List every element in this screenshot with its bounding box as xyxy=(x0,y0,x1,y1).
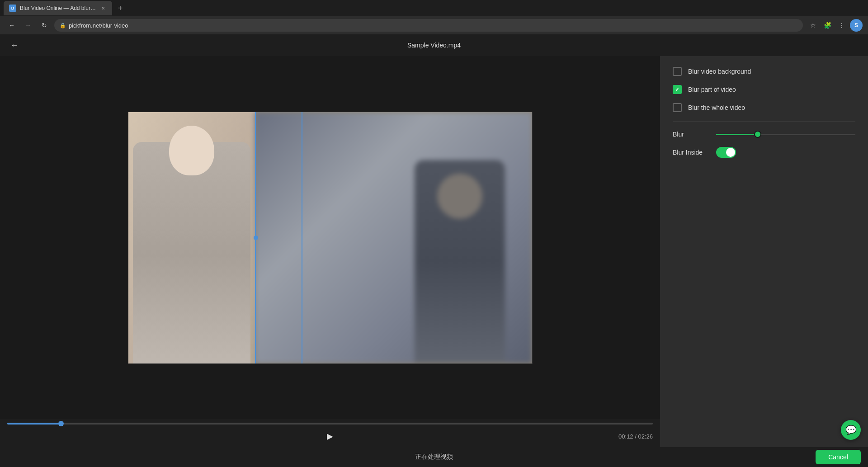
controls-row: ▶ 00:12 / 02:26 xyxy=(7,429,653,443)
main-content: ▶ 00:12 / 02:26 Blur video background xyxy=(0,56,868,447)
blur-part-checkbox[interactable] xyxy=(673,85,682,94)
lock-icon: 🔒 xyxy=(60,23,66,28)
chat-widget[interactable]: 💬 xyxy=(841,420,861,440)
menu-button[interactable]: ⋮ xyxy=(835,19,848,32)
person-left-head xyxy=(169,126,214,175)
blur-whole-checkbox[interactable] xyxy=(673,103,682,112)
selection-handle-mid[interactable] xyxy=(254,236,258,240)
progress-handle[interactable] xyxy=(58,421,64,426)
profile-button[interactable]: S xyxy=(850,19,863,32)
selection-box[interactable] xyxy=(255,112,302,363)
blur-whole-label: Blur the whole video xyxy=(688,104,745,111)
app-back-button[interactable]: ← xyxy=(7,38,22,52)
video-wrapper xyxy=(0,56,660,419)
extensions-button[interactable]: 🧩 xyxy=(821,19,834,32)
video-left-unblurred xyxy=(128,112,255,363)
bookmark-button[interactable]: ☆ xyxy=(807,19,819,32)
blur-background-label: Blur video background xyxy=(688,68,751,75)
blur-slider-row: Blur xyxy=(673,131,855,138)
right-panel: Blur video background Blur part of video… xyxy=(660,56,868,447)
active-tab[interactable]: B Blur Video Online — Add blur e... ✕ xyxy=(4,1,112,15)
blur-slider-track[interactable] xyxy=(716,134,855,135)
nav-actions: ☆ 🧩 ⋮ S xyxy=(807,19,863,32)
video-canvas xyxy=(128,112,533,364)
toggle-thumb xyxy=(726,148,735,157)
cancel-button[interactable]: Cancel xyxy=(816,450,861,464)
nav-bar: ← → ↻ 🔒 pickfrom.net/blur-video ☆ 🧩 ⋮ S xyxy=(0,16,868,34)
play-button[interactable]: ▶ xyxy=(323,429,337,443)
video-title: Sample Video.mp4 xyxy=(407,42,461,49)
chat-icon: 💬 xyxy=(845,425,857,435)
app-container: ← Sample Video.mp4 xyxy=(0,34,868,467)
bottom-bar: 正在处理视频 Cancel xyxy=(0,447,868,467)
blur-part-label: Blur part of video xyxy=(688,86,736,93)
tab-close-button[interactable]: ✕ xyxy=(99,5,107,12)
person-right-body xyxy=(415,160,505,363)
blur-inside-label: Blur Inside xyxy=(673,149,709,156)
tab-favicon: B xyxy=(9,5,16,12)
blur-background-checkbox[interactable] xyxy=(673,67,682,76)
time-display: 00:12 / 02:26 xyxy=(618,433,653,440)
blur-part-option: Blur part of video xyxy=(673,85,855,94)
address-bar[interactable]: 🔒 pickfrom.net/blur-video xyxy=(54,19,803,32)
divider-1 xyxy=(673,121,855,122)
blur-inside-toggle[interactable] xyxy=(716,147,736,158)
video-scene xyxy=(128,112,532,363)
video-area: ▶ 00:12 / 02:26 xyxy=(0,56,660,447)
new-tab-button[interactable]: + xyxy=(114,2,127,14)
blur-slider-thumb[interactable] xyxy=(754,131,761,138)
blur-background-option: Blur video background xyxy=(673,67,855,76)
person-right-head xyxy=(437,174,482,219)
blur-inside-row: Blur Inside xyxy=(673,147,855,158)
forward-button[interactable]: → xyxy=(22,19,34,32)
blur-slider-label: Blur xyxy=(673,131,709,138)
tab-bar: B Blur Video Online — Add blur e... ✕ + xyxy=(0,0,868,16)
progress-bar[interactable] xyxy=(7,423,653,425)
back-button[interactable]: ← xyxy=(5,19,18,32)
video-controls: ▶ 00:12 / 02:26 xyxy=(0,419,660,447)
reload-button[interactable]: ↻ xyxy=(38,19,51,32)
app-header: ← Sample Video.mp4 xyxy=(0,34,868,56)
tab-title: Blur Video Online — Add blur e... xyxy=(20,5,96,11)
blur-whole-option: Blur the whole video xyxy=(673,103,855,112)
browser-chrome: B Blur Video Online — Add blur e... ✕ + … xyxy=(0,0,868,34)
blur-slider-fill xyxy=(716,134,758,135)
progress-fill xyxy=(7,423,61,425)
address-text: pickfrom.net/blur-video xyxy=(69,22,797,29)
processing-text: 正在处理视频 xyxy=(415,453,453,461)
